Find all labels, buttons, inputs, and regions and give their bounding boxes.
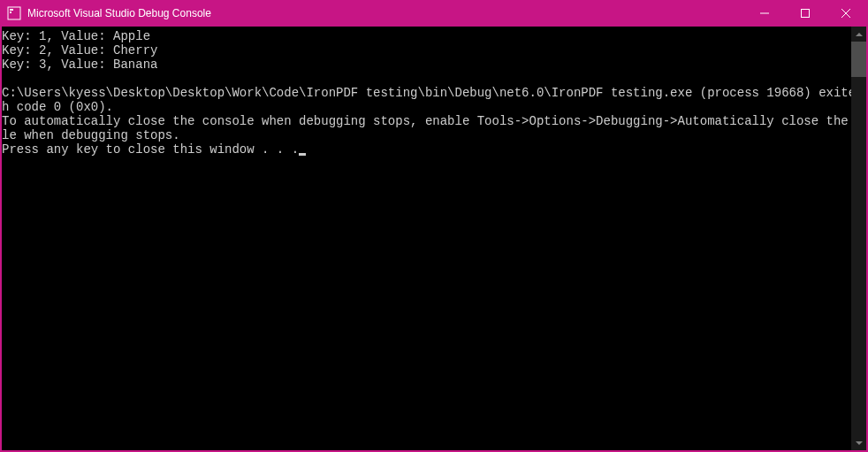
app-icon (7, 6, 21, 20)
console-line: To automatically close the console when … (2, 114, 851, 128)
svg-rect-2 (10, 11, 11, 13)
svg-marker-7 (856, 33, 863, 36)
scroll-thumb[interactable] (851, 42, 866, 77)
window-title: Microsoft Visual Studio Debug Console (27, 7, 744, 19)
console-line: Press any key to close this window . . . (2, 142, 299, 157)
minimize-button[interactable] (744, 0, 785, 27)
console-line: Key: 3, Value: Banana (2, 57, 157, 72)
scroll-up-arrow-icon[interactable] (851, 27, 866, 42)
console-line: C:\Users\kyess\Desktop\Desktop\Work\Code… (2, 86, 851, 100)
vertical-scrollbar[interactable] (851, 27, 866, 450)
debug-console-window: Microsoft Visual Studio Debug Console Ke… (0, 0, 868, 452)
console-output[interactable]: Key: 1, Value: Apple Key: 2, Value: Cher… (2, 27, 851, 450)
svg-rect-4 (802, 10, 810, 18)
console-area: Key: 1, Value: Apple Key: 2, Value: Cher… (2, 27, 866, 450)
window-controls (744, 0, 866, 27)
scroll-down-arrow-icon[interactable] (851, 435, 866, 450)
console-line: h code 0 (0x0). (2, 100, 113, 114)
close-button[interactable] (826, 0, 866, 27)
cursor-icon (299, 153, 306, 156)
svg-marker-8 (856, 441, 863, 445)
console-line: Key: 1, Value: Apple (2, 29, 150, 43)
svg-rect-1 (10, 9, 13, 11)
maximize-button[interactable] (785, 0, 826, 27)
titlebar[interactable]: Microsoft Visual Studio Debug Console (2, 0, 866, 27)
console-line: le when debugging stops. (2, 128, 180, 142)
console-line: Key: 2, Value: Cherry (2, 43, 157, 57)
